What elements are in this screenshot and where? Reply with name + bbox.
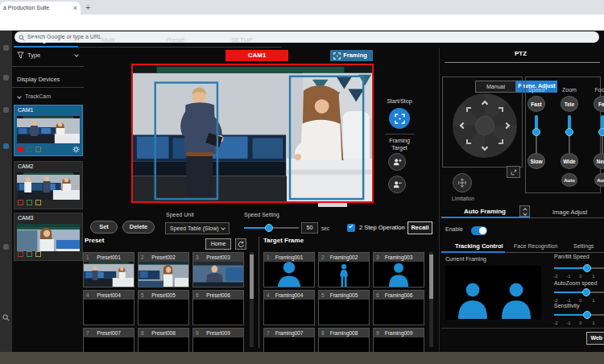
rail-icon[interactable] — [3, 107, 9, 113]
chevron-down-icon[interactable] — [74, 52, 79, 57]
preset-tile[interactable]: 4Preset004 — [83, 290, 134, 325]
arrow-up-left-icon[interactable] — [466, 107, 471, 112]
preset-number: 5 — [141, 292, 144, 298]
tab-tracking-control[interactable]: Tracking Control — [455, 242, 503, 250]
camera-card-cam3[interactable]: CAM3 — [14, 213, 83, 261]
browser-tab[interactable]: a Production Suite × — [0, 2, 81, 14]
preset-number: 1 — [86, 254, 89, 260]
sensitivity-label: Sensitivity — [554, 303, 580, 308]
speed-fast-button[interactable]: Fast — [527, 96, 545, 112]
preset-scrollbar[interactable] — [250, 252, 254, 347]
recall-button[interactable]: Recall — [407, 221, 432, 234]
trackcam-group-label[interactable]: TrackCam — [25, 93, 51, 99]
preset-tile[interactable]: 6Preset006 — [192, 290, 244, 325]
arrow-down-right-icon[interactable] — [499, 139, 503, 144]
pan-tilt-speed-slider[interactable] — [554, 264, 604, 272]
refresh-icon — [238, 241, 245, 248]
framing-number: 2 — [321, 254, 325, 260]
delete-button[interactable]: Delete — [122, 221, 155, 234]
tab-face-recognition[interactable]: Face Recognition — [514, 243, 557, 249]
gear-icon[interactable] — [72, 146, 80, 153]
two-step-checkbox[interactable] — [347, 224, 355, 232]
home-button[interactable]: Home — [205, 238, 231, 250]
rail-icon-active[interactable] — [3, 143, 9, 149]
target-frame-tile[interactable]: 4Framing004 — [263, 290, 315, 325]
target-scrollbar[interactable] — [429, 252, 433, 347]
target-frame-tile[interactable]: 3Framing003 — [373, 252, 424, 287]
new-tab-button[interactable]: + — [85, 2, 90, 12]
framing-target-add-button[interactable] — [388, 153, 406, 171]
autozoom-speed-slider[interactable] — [554, 288, 604, 296]
arrow-down-left-icon[interactable] — [466, 139, 471, 144]
tally-indicator — [27, 147, 32, 152]
rail-icon[interactable] — [3, 75, 9, 81]
sensitivity-slider[interactable] — [554, 311, 604, 319]
target-frame-tile[interactable]: 2Framing002 — [318, 252, 370, 287]
arrow-left-icon[interactable] — [460, 122, 466, 129]
framing-target-remove-button[interactable] — [388, 176, 406, 193]
zoom-tele-button[interactable]: Tele — [561, 96, 578, 112]
tab-image-adjust[interactable]: Image Adjust — [552, 209, 587, 216]
speed-slider[interactable] — [532, 115, 540, 153]
preset-tile[interactable]: 3Preset003 — [192, 252, 244, 287]
zoom-auto-button[interactable]: Auto — [561, 173, 577, 187]
tab-single[interactable]: Single — [32, 36, 52, 43]
auto-framing-title[interactable]: Auto Framing — [464, 208, 506, 215]
preset-tile[interactable]: 5Preset005 — [138, 290, 189, 325]
chevron-down-icon[interactable] — [17, 94, 22, 99]
tab-settings[interactable]: Settings — [573, 243, 594, 249]
framing-mode-button[interactable]: Framing — [330, 50, 373, 61]
arrow-up-right-icon[interactable] — [499, 107, 503, 112]
camera-card-cam1[interactable]: CAM1 — [14, 105, 83, 156]
framing-name: Framing004 — [264, 291, 314, 300]
dpad-center-button[interactable] — [475, 116, 494, 135]
enable-toggle[interactable] — [471, 226, 487, 235]
preset-name: Preset003 — [193, 253, 243, 262]
speed-setting-slider[interactable] — [244, 224, 299, 232]
collapse-button[interactable] — [519, 205, 530, 217]
refresh-button[interactable] — [235, 238, 246, 250]
arrow-down-icon[interactable] — [482, 144, 488, 151]
framing-number: 5 — [321, 292, 325, 298]
framing-chip-label: Framing — [343, 52, 367, 59]
speed-slow-button[interactable]: Slow — [527, 153, 545, 169]
limitation-button[interactable] — [453, 173, 472, 192]
target-frame-tile[interactable]: 1Framing001 — [263, 252, 315, 287]
start-stop-button[interactable] — [389, 108, 410, 129]
set-button[interactable]: Set — [90, 221, 118, 234]
target-frame-tile[interactable]: 6Framing006 — [373, 290, 424, 325]
magnifier-icon[interactable] — [2, 314, 10, 321]
active-section-underline — [441, 217, 530, 218]
video-monitor[interactable] — [131, 64, 374, 203]
speed-unit-value: Speed Table (Slow) — [170, 225, 219, 231]
rail-icon[interactable] — [3, 45, 9, 51]
zoom-wide-button[interactable]: Wide — [561, 153, 578, 169]
zoom-slider[interactable] — [565, 115, 573, 153]
ptz-dpad[interactable] — [453, 93, 517, 158]
web-gui-button[interactable]: Web GUI — [586, 332, 604, 345]
screen: a Production Suite × + Search Google or … — [0, 0, 604, 364]
tab-multi[interactable]: Multi — [101, 36, 115, 43]
person-plus-icon — [392, 157, 402, 167]
focus-slider[interactable] — [598, 115, 604, 153]
target-frame-tile[interactable]: 5Framing005 — [318, 290, 370, 325]
speed-value-input[interactable]: 50 — [301, 222, 318, 234]
preset-tile[interactable]: 1Preset001 — [83, 252, 134, 287]
preset-tile[interactable]: 2Preset002 — [138, 252, 189, 287]
type-filter-label[interactable]: Type — [27, 52, 40, 59]
framing-name: Framing008 — [319, 329, 369, 337]
scrollbar-thumb[interactable] — [250, 254, 254, 299]
tab-close-icon[interactable]: × — [73, 4, 77, 12]
chevron-down-icon — [523, 211, 527, 216]
arrow-up-icon[interactable] — [482, 101, 488, 107]
speed-unit-select[interactable]: Speed Table (Slow) — [165, 222, 230, 234]
rail-icon[interactable] — [3, 244, 9, 250]
search-icon — [19, 35, 25, 41]
camera-card-cam2[interactable]: CAM2 — [14, 161, 83, 209]
popout-button[interactable] — [507, 166, 520, 178]
two-step-label[interactable]: 2 Step Operation — [359, 224, 405, 231]
tab-setup[interactable]: SETUP — [231, 36, 253, 43]
scrollbar-thumb[interactable] — [429, 254, 433, 299]
tab-preset[interactable]: Preset — [166, 36, 184, 43]
arrow-right-icon[interactable] — [503, 122, 510, 129]
